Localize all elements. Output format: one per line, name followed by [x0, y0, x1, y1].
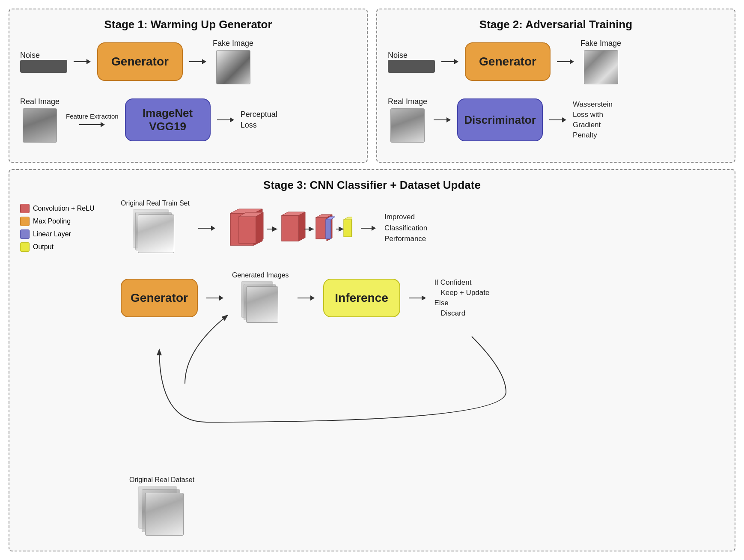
arrow-real-vgg [79, 122, 105, 127]
upper-flow: Original Real Train Set [121, 200, 724, 256]
real-image-group-s2: Real Image [388, 97, 427, 143]
cube-linear [20, 229, 30, 239]
arrow-cnn-improved [361, 226, 376, 231]
feature-extraction-group: Feature Extraction [66, 113, 119, 127]
stage1-title: Stage 1: Warming Up Generator [20, 18, 356, 31]
arrow-vgg-loss [217, 117, 234, 122]
svg-marker-9 [299, 212, 305, 241]
generated-images-group: Generated Images [232, 271, 289, 324]
arrow-head3 [101, 122, 105, 127]
arrow-head [86, 59, 91, 64]
arrow-disc-wass [549, 117, 566, 122]
fake-image-group-s2: Fake Image [580, 39, 621, 84]
stage1-box: Stage 1: Warming Up Generator Noise [9, 9, 368, 163]
svg-marker-18 [344, 217, 352, 220]
main-container: Stage 1: Warming Up Generator Noise [0, 0, 744, 560]
legend-linear: Linear Layer [20, 229, 106, 239]
real-image-s1 [23, 108, 57, 143]
noise-label-s2: Noise [388, 51, 435, 73]
stage3-diagram: Original Real Train Set [121, 200, 724, 537]
arrow-noise-gen-s1 [74, 59, 91, 64]
stage2-bottom-row: Real Image Discriminator Wasserstein [388, 97, 724, 143]
real-image-s2 [390, 108, 425, 143]
stage1-content: Noise Generator [20, 39, 356, 143]
noise-label-s1: Noise [20, 51, 67, 73]
arrow-inference-result [409, 295, 426, 301]
imagenet-vgg19-box: ImageNet VGG19 [125, 98, 211, 141]
train-set-group: Original Real Train Set [121, 200, 190, 256]
generator-box-s2: Generator [465, 42, 551, 81]
arrow-real-disc [434, 117, 451, 122]
fake-image-s1 [216, 50, 250, 84]
trainset-stack [133, 209, 176, 256]
stage1-top-row: Noise Generator [20, 39, 356, 84]
generator-box-s3: Generator [121, 279, 198, 317]
stage3-main: Convolution + ReLU Max Pooling Linear La… [20, 200, 724, 537]
real-image-group-s1: Real Image [20, 97, 60, 143]
arrow-line2 [189, 61, 202, 62]
arrow-line3 [79, 124, 101, 125]
arrow-head2 [202, 59, 206, 64]
legend-output: Output [20, 242, 106, 252]
fake-image-s2 [584, 50, 618, 84]
cnn-layers-svg [224, 207, 352, 250]
svg-rect-17 [344, 220, 351, 237]
stage2-title: Stage 2: Adversarial Training [388, 18, 724, 31]
svg-rect-11 [316, 217, 327, 239]
lower-flow: Generator Generated Images [121, 271, 724, 324]
cube-maxpooling [20, 217, 30, 226]
arrow-noise-gen-s2 [441, 59, 458, 64]
dataset-stack [138, 486, 185, 537]
legend-convolution: Convolution + ReLU [20, 204, 106, 213]
result-labels: If Confident Keep + Update Else Discard [434, 278, 490, 318]
arrow-gen-imgs [206, 295, 223, 301]
stage3-box: Stage 3: CNN Classifier + Dataset Update… [9, 169, 735, 551]
arrow-line [74, 61, 86, 62]
noise-bar-s1 [20, 60, 67, 73]
svg-marker-19 [351, 217, 352, 237]
arrow-line4 [217, 119, 230, 120]
arrow-trainset-cnn [198, 226, 215, 231]
stage3-title: Stage 3: CNN Classifier + Dataset Update [20, 179, 724, 192]
arrow-gen-fake-s1 [189, 59, 206, 64]
svg-rect-7 [282, 215, 299, 241]
noise-bar-s2 [388, 60, 435, 73]
svg-rect-3 [239, 217, 256, 243]
arrow-gen-fake-s2 [557, 59, 574, 64]
cube-convolution [20, 204, 30, 213]
arrow-head4 [230, 117, 234, 122]
stage2-box: Stage 2: Adversarial Training Noise Gene… [376, 9, 735, 163]
fake-image-group-s1: Fake Image [213, 39, 253, 84]
stage1-bottom-row: Real Image Feature Extraction ImageNet V… [20, 97, 356, 143]
generator-box-s1: Generator [97, 42, 183, 81]
top-row: Stage 1: Warming Up Generator Noise [9, 9, 735, 163]
legend-maxpooling: Max Pooling [20, 217, 106, 226]
stage2-content: Noise Generator Fake Im [388, 39, 724, 143]
arrow-imgs-inference [298, 295, 315, 301]
cube-output [20, 242, 30, 252]
real-dataset-group: Original Real Dataset [129, 476, 194, 537]
svg-marker-5 [256, 212, 263, 243]
discriminator-box: Discriminator [457, 98, 543, 141]
legend: Convolution + ReLU Max Pooling Linear La… [20, 204, 106, 537]
stage2-top-row: Noise Generator Fake Im [388, 39, 724, 84]
img-stack [241, 281, 280, 324]
svg-rect-14 [326, 220, 331, 239]
inference-box: Inference [323, 279, 400, 317]
